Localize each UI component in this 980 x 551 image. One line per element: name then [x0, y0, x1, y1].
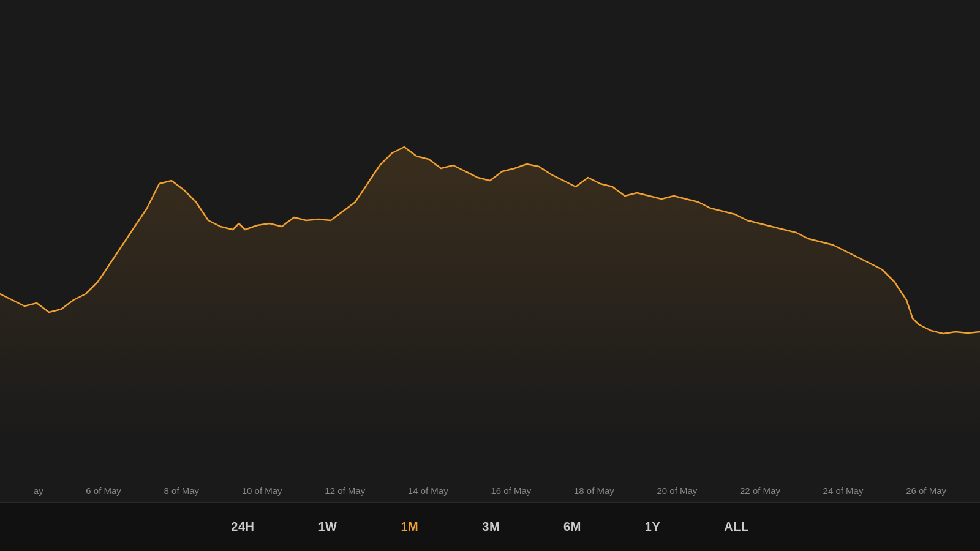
chart-container: ay 6 of May 8 of May 10 of May 12 of May… — [0, 0, 980, 551]
x-label-6: 16 of May — [491, 485, 531, 496]
btn-1y[interactable]: 1Y — [638, 516, 668, 538]
x-label-2: 8 of May — [164, 485, 200, 496]
time-buttons-bar: 24H 1W 1M 3M 6M 1Y ALL — [0, 502, 980, 551]
x-label-9: 22 of May — [740, 485, 780, 496]
x-label-0: ay — [34, 485, 43, 496]
x-label-5: 14 of May — [408, 485, 448, 496]
x-label-1: 6 of May — [86, 485, 121, 496]
x-axis-labels: ay 6 of May 8 of May 10 of May 12 of May… — [0, 485, 980, 496]
x-label-7: 18 of May — [574, 485, 614, 496]
btn-all[interactable]: ALL — [717, 516, 756, 538]
btn-1m[interactable]: 1M — [393, 516, 426, 538]
chart-divider — [0, 471, 980, 471]
btn-6m[interactable]: 6M — [556, 516, 589, 538]
x-label-4: 12 of May — [325, 485, 365, 496]
x-label-10: 24 of May — [823, 485, 864, 496]
line-chart — [0, 0, 980, 441]
btn-1w[interactable]: 1W — [311, 516, 344, 538]
btn-3m[interactable]: 3M — [475, 516, 507, 538]
x-label-8: 20 of May — [657, 485, 697, 496]
x-label-11: 26 of May — [906, 485, 946, 496]
x-label-3: 10 of May — [242, 485, 282, 496]
btn-24h[interactable]: 24H — [224, 516, 262, 538]
